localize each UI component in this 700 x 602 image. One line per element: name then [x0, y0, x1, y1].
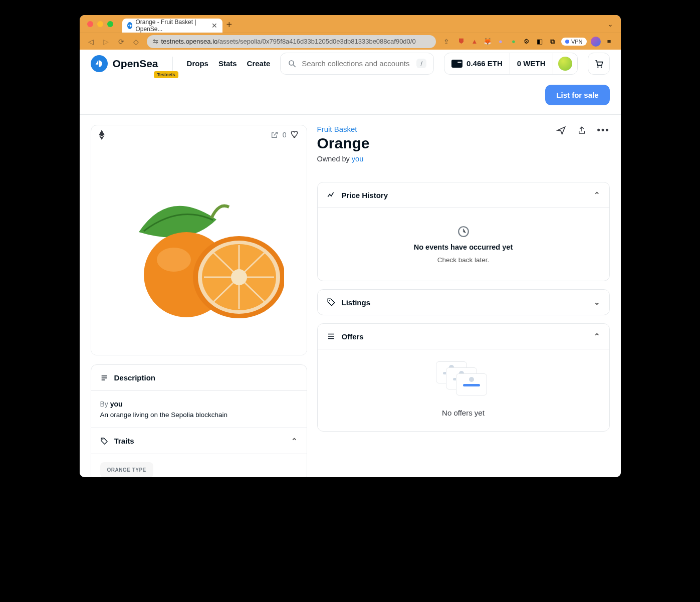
clock-icon	[457, 225, 470, 238]
hamburger-menu-icon[interactable]: ≡	[605, 37, 614, 46]
price-history-header[interactable]: Price History ⌃	[318, 182, 609, 208]
user-avatar-icon	[558, 57, 572, 71]
collection-link[interactable]: Fruit Basket	[317, 125, 357, 133]
vpn-label: VPN	[571, 39, 583, 45]
wallet-weth-segment[interactable]: 0 WETH	[510, 53, 553, 74]
listings-panel: Listings ⌄	[317, 289, 610, 315]
share-icon[interactable]	[577, 126, 586, 135]
wallet-box[interactable]: 0.466 ETH 0 WETH	[444, 53, 577, 75]
chevron-up-icon: ⌃	[594, 190, 600, 199]
bookmark-icon[interactable]: ◇	[132, 38, 141, 46]
vpn-status-dot-icon	[565, 40, 569, 44]
pip-icon[interactable]: ⧉	[548, 37, 557, 46]
description-body: By you An orange living on the Sepolia b…	[91, 391, 307, 428]
brand-text: OpenSea	[113, 58, 158, 70]
tabs-overflow-icon[interactable]: ⌄	[607, 20, 613, 28]
window-maximize-button[interactable]	[107, 21, 113, 27]
heart-icon[interactable]	[291, 130, 300, 139]
chevron-up-icon: ⌃	[291, 437, 298, 446]
check-back-text: Check back later.	[437, 256, 490, 264]
trait-chip[interactable]: ORANGE TYPE	[100, 462, 153, 477]
list-for-sale-button[interactable]: List for sale	[545, 85, 609, 105]
asset-actions: •••	[556, 125, 610, 135]
forward-icon[interactable]: ▷	[102, 38, 111, 46]
browser-toolbar: ◁ ▷ ⟳ ◇ ⇆ testnets.opensea.io/assets/sep…	[80, 33, 621, 50]
reload-icon[interactable]: ⟳	[117, 38, 126, 46]
back-icon[interactable]: ◁	[87, 38, 96, 46]
more-icon[interactable]: •••	[597, 125, 610, 135]
description-text: An orange living on the Sepolia blockcha…	[100, 411, 298, 419]
window-titlebar: Orange - Fruit Basket | OpenSe... ✕ + ⌄	[80, 15, 621, 33]
nav-drops[interactable]: Drops	[187, 59, 208, 68]
owned-prefix: Owned by	[317, 155, 352, 163]
traits-body: ORANGE TYPE	[91, 454, 307, 477]
eth-balance: 0.466 ETH	[466, 59, 503, 68]
asset-image[interactable]	[91, 144, 307, 355]
window-close-button[interactable]	[87, 21, 93, 27]
shield-extension-icon[interactable]: ⛊	[457, 37, 466, 46]
site-header: OpenSea Testnets Drops Stats Create / 0.…	[80, 50, 621, 78]
svg-point-13	[231, 269, 247, 285]
description-header[interactable]: Description	[91, 365, 307, 391]
new-tab-button[interactable]: +	[226, 19, 232, 31]
offers-title: Offers	[342, 332, 364, 341]
listings-header[interactable]: Listings ⌄	[318, 290, 609, 315]
svg-line-1	[294, 65, 296, 67]
tab-close-icon[interactable]: ✕	[211, 22, 217, 30]
price-history-body: No events have occurred yet Check back l…	[318, 208, 609, 281]
svg-point-0	[289, 61, 294, 65]
site-info-icon[interactable]: ⇆	[153, 38, 158, 45]
sidebar-extension-icon[interactable]: ◧	[535, 37, 544, 46]
description-title: Description	[114, 373, 156, 382]
search-input[interactable]	[302, 59, 411, 68]
nav-stats[interactable]: Stats	[218, 59, 237, 68]
cart-button[interactable]	[588, 53, 610, 75]
wallet-icon	[451, 60, 462, 68]
owned-by-link[interactable]: you	[352, 155, 363, 163]
price-history-title: Price History	[342, 191, 388, 199]
metamask-extension-icon[interactable]: 🦊	[483, 37, 492, 46]
url-host: testnets.opensea.io	[161, 38, 218, 45]
chain-eth-icon[interactable]	[98, 130, 105, 140]
testnets-badge: Testnets	[154, 71, 178, 78]
search-icon	[288, 59, 297, 68]
offers-placeholder-icon	[436, 361, 491, 399]
chevron-up-icon: ⌃	[594, 332, 600, 341]
traits-title: Traits	[114, 437, 134, 445]
cart-icon	[594, 59, 604, 69]
browser-tab[interactable]: Orange - Fruit Basket | OpenSe... ✕	[122, 19, 222, 33]
offers-body: No offers yet	[318, 349, 609, 431]
brave-extension-icon[interactable]: ▲	[470, 37, 479, 46]
chart-line-icon	[327, 190, 336, 199]
svg-point-2	[597, 66, 599, 68]
traits-header[interactable]: Traits ⌃	[91, 428, 307, 454]
address-bar[interactable]: ⇆ testnets.opensea.io/assets/sepolia/0x7…	[147, 35, 436, 48]
share-icon[interactable]: ⇪	[442, 38, 451, 46]
send-icon[interactable]	[556, 125, 566, 135]
url-path: /assets/sepolia/0x795f8a416d33b1205d0e3d…	[217, 38, 415, 45]
extension-icon[interactable]: ●	[509, 37, 518, 46]
search-bar[interactable]: /	[280, 53, 434, 75]
like-count: 0	[283, 131, 287, 139]
nav-create[interactable]: Create	[247, 59, 271, 68]
right-column: Fruit Basket Orange Owned by you ••• Pri…	[317, 125, 610, 477]
extension-icon[interactable]: ●	[496, 37, 505, 46]
open-external-icon[interactable]	[271, 131, 279, 139]
tag-icon	[100, 437, 108, 445]
svg-point-16	[329, 300, 330, 301]
list-icon	[327, 332, 336, 341]
left-column: 0	[91, 125, 307, 477]
profile-avatar-icon[interactable]	[591, 37, 601, 47]
window-minimize-button[interactable]	[97, 21, 103, 27]
puzzle-extension-icon[interactable]: ⚙	[522, 37, 531, 46]
like-row: 0	[271, 130, 300, 139]
offers-header[interactable]: Offers ⌃	[318, 324, 609, 349]
tab-title: Orange - Fruit Basket | OpenSe...	[135, 19, 205, 33]
opensea-logo[interactable]: OpenSea Testnets	[91, 55, 158, 72]
vpn-indicator[interactable]: VPN	[561, 38, 587, 46]
no-events-text: No events have occurred yet	[414, 243, 513, 251]
user-avatar-segment[interactable]	[553, 53, 577, 74]
owned-by-row: Owned by you	[317, 155, 370, 163]
by-value: you	[110, 400, 123, 408]
wallet-eth-segment[interactable]: 0.466 ETH	[444, 53, 510, 74]
